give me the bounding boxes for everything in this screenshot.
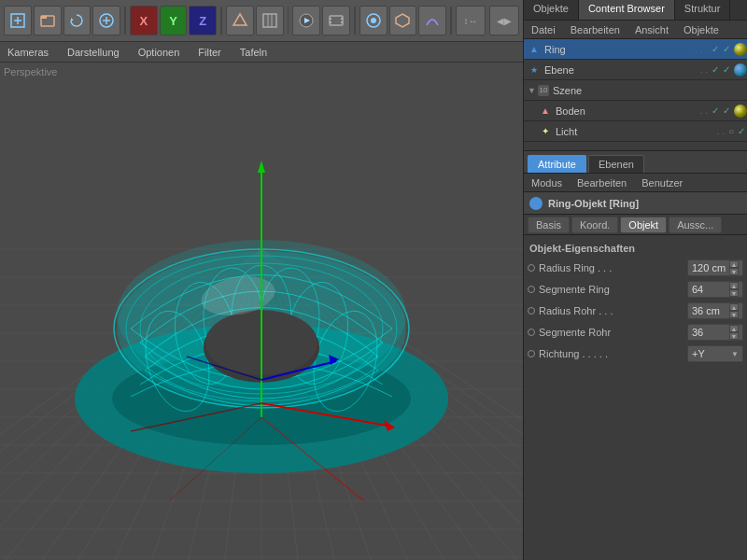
object-title-bar: Ring-Objekt [Ring]	[524, 192, 747, 215]
menu-darstellung[interactable]: Darstellung	[63, 45, 123, 60]
seg-ring-up[interactable]: ▲	[729, 282, 739, 289]
radius-ring-dot	[528, 264, 535, 272]
ebene-vis[interactable]: ✓	[712, 64, 719, 75]
tab-objekte[interactable]: Objekte	[524, 0, 579, 20]
tab-struktur[interactable]: Struktur	[675, 0, 731, 20]
seg-ring-down[interactable]: ▼	[729, 289, 739, 297]
radius-rohr-label: Radius Rohr . . .	[539, 305, 687, 316]
scene-btn[interactable]	[389, 6, 417, 35]
separator-4	[354, 7, 356, 35]
seg-rohr-up[interactable]: ▲	[729, 325, 739, 332]
seg-ring-label: Segmente Ring	[539, 284, 687, 295]
object-row-ebene[interactable]: ★ Ebene . . ✓ ✓	[524, 60, 747, 80]
seg-ring-value-box[interactable]: 64 ▲ ▼	[687, 281, 743, 298]
panel-menu-ansicht[interactable]: Ansicht	[631, 23, 672, 36]
radius-rohr-down[interactable]: ▼	[729, 311, 739, 318]
attr-tabs: Attribute Ebenen	[524, 151, 747, 174]
richtung-dropdown[interactable]: +Y ▼	[687, 345, 743, 362]
svg-rect-4	[41, 16, 47, 19]
boden-icon: ▲	[539, 105, 552, 118]
object-row-boden[interactable]: ▲ Boden . . ✓ ✓	[524, 101, 747, 121]
svg-rect-19	[341, 21, 343, 23]
object-list[interactable]: ▲ Ring . . . ✓ ✓ ★ Ebene . . ✓ ✓ ▼ 10 Sz…	[524, 39, 747, 151]
radius-rohr-value-box[interactable]: 36 cm ▲ ▼	[687, 302, 743, 319]
radius-ring-down[interactable]: ▼	[729, 268, 739, 275]
menu-tafeln[interactable]: Tafeln	[236, 45, 271, 60]
menu-optionen[interactable]: Optionen	[134, 45, 184, 60]
ring-sphere	[734, 43, 747, 56]
frame-button[interactable]	[256, 6, 284, 35]
ring-render[interactable]: ✓	[723, 44, 730, 54]
ebene-name: Ebene	[544, 64, 698, 76]
tab-ebenen[interactable]: Ebenen	[588, 155, 644, 173]
svg-marker-22	[396, 14, 409, 27]
material-btn[interactable]	[359, 6, 388, 35]
radius-rohr-spinner[interactable]: ▲ ▼	[729, 303, 739, 318]
y-button[interactable]: Y	[160, 6, 188, 35]
seg-rohr-value-box[interactable]: 36 ▲ ▼	[687, 324, 743, 341]
menu-filter[interactable]: Filter	[194, 45, 224, 60]
menubar: Kameras Darstellung Optionen Filter Tafe…	[0, 42, 523, 63]
separator-3	[288, 7, 289, 35]
ring-icon: ▲	[528, 43, 541, 56]
seg-ring-spinner[interactable]: ▲ ▼	[729, 282, 739, 297]
szene-icon: 10	[538, 85, 549, 96]
z-button[interactable]: Z	[189, 6, 217, 35]
seg-rohr-down[interactable]: ▼	[729, 332, 739, 340]
object-row-ring[interactable]: ▲ Ring . . . ✓ ✓	[524, 39, 747, 60]
add-button[interactable]	[92, 6, 120, 35]
svg-marker-9	[233, 14, 247, 25]
panel-menu-bearbeiten[interactable]: Bearbeiten	[567, 23, 624, 36]
viewport-split-button[interactable]: ↕↔	[456, 6, 486, 35]
radius-ring-spinner[interactable]: ▲ ▼	[729, 260, 739, 275]
attr-menu-bearbeiten[interactable]: Bearbeiten	[573, 176, 630, 189]
viewport-nav-button[interactable]: ◀▶	[489, 6, 519, 35]
radius-ring-value: 120 cm	[692, 262, 727, 273]
seg-rohr-label: Segmente Rohr	[539, 327, 687, 338]
prop-row-radius-rohr: Radius Rohr . . . 36 cm ▲ ▼	[528, 301, 743, 321]
subtab-basis[interactable]: Basis	[528, 217, 570, 233]
object-mode-button[interactable]	[226, 6, 254, 35]
licht-render[interactable]: ✓	[738, 126, 745, 136]
boden-render[interactable]: ✓	[723, 105, 730, 116]
radius-ring-up[interactable]: ▲	[729, 260, 739, 268]
szene-expand[interactable]: ▼	[528, 86, 536, 95]
svg-rect-16	[330, 18, 331, 20]
radius-rohr-value: 36 cm	[692, 305, 727, 316]
ebene-sphere	[734, 63, 747, 77]
radius-ring-label: Radius Ring . . .	[539, 262, 687, 273]
panel-menu-objekte[interactable]: Objekte	[680, 23, 723, 36]
subtab-objekt[interactable]: Objekt	[620, 217, 667, 233]
object-row-szene[interactable]: ▼ 10 Szene	[524, 80, 747, 101]
render-btn[interactable]	[292, 6, 320, 35]
ring-vis[interactable]: ✓	[712, 44, 719, 54]
subtab-aussc[interactable]: Aussc...	[669, 217, 722, 233]
viewport[interactable]: Perspektive	[0, 63, 523, 560]
richtung-value: +Y	[692, 348, 731, 359]
film-btn[interactable]	[322, 6, 350, 35]
svg-rect-10	[263, 14, 276, 27]
ring-name: Ring	[544, 44, 693, 55]
subtab-koord[interactable]: Koord.	[571, 217, 618, 233]
menu-kameras[interactable]: Kameras	[4, 45, 52, 60]
open-button[interactable]	[34, 6, 62, 35]
radius-rohr-up[interactable]: ▲	[729, 303, 739, 311]
viewport-label: Perspektive	[4, 66, 57, 77]
refresh-button[interactable]	[63, 6, 92, 35]
ebene-render[interactable]: ✓	[723, 64, 730, 75]
attr-menu-benutzer[interactable]: Benutzer	[638, 176, 686, 189]
panel-menu-datei[interactable]: Datei	[528, 23, 559, 36]
boden-sphere	[734, 105, 747, 118]
deform-btn[interactable]	[418, 6, 446, 35]
svg-point-21	[371, 18, 376, 23]
seg-rohr-spinner[interactable]: ▲ ▼	[729, 325, 739, 340]
attr-menu-modus[interactable]: Modus	[528, 176, 566, 189]
object-row-licht[interactable]: ✦ Licht . . ○ ✓	[524, 121, 747, 142]
new-button[interactable]	[4, 6, 32, 35]
boden-vis[interactable]: ✓	[712, 105, 719, 116]
tab-attribute[interactable]: Attribute	[528, 155, 586, 173]
radius-ring-value-box[interactable]: 120 cm ▲ ▼	[687, 259, 743, 276]
tab-content-browser[interactable]: Content Browser	[579, 0, 675, 20]
licht-vis[interactable]: ○	[728, 126, 734, 136]
x-button[interactable]: X	[130, 6, 158, 35]
